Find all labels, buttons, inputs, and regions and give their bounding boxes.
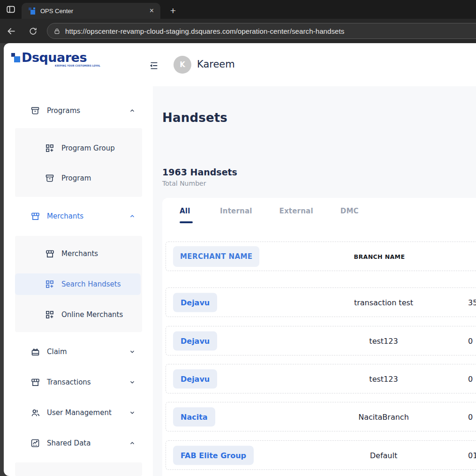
chevron-down-icon[interactable]: [129, 348, 136, 355]
sidebar-item-merchants[interactable]: Merchants: [15, 205, 142, 227]
avatar[interactable]: K: [174, 56, 191, 74]
handsets-total-label: Total Number: [162, 180, 206, 187]
table-row[interactable]: Dejavu transaction test 35: [166, 287, 476, 317]
grid-plus-icon: [45, 310, 55, 319]
browser-tab[interactable]: OPS Center ×: [22, 3, 160, 19]
app-page: Dsquares KEEPING YOUR CUSTOMERS LOYAL Pr…: [4, 43, 476, 476]
table-header-row: MERCHANT NAME BRANCH NAME: [166, 242, 476, 271]
brand-tagline: KEEPING YOUR CUSTOMERS LOYAL: [49, 65, 100, 67]
sidebar-item-label: Program Group: [61, 144, 115, 152]
sidebar-item-claim[interactable]: Claim: [15, 341, 142, 363]
table-row[interactable]: Nacita NacitaBranch 0: [166, 402, 476, 431]
sidebar-item-label: Search Handsets: [61, 280, 121, 288]
dsquares-logo: Dsquares KEEPING YOUR CUSTOMERS LOYAL: [11, 51, 100, 69]
sidebar-collapse-icon[interactable]: [147, 59, 161, 73]
table-row[interactable]: FAB Elite Group Default 011: [166, 440, 476, 470]
sidebar-item-label: Merchants: [61, 249, 98, 258]
column-merchant-name[interactable]: MERCHANT NAME: [173, 246, 259, 267]
address-bar[interactable]: https://opscenter-revamp-cloud-staging.d…: [47, 23, 476, 39]
branch-name-cell: transaction test: [354, 298, 413, 307]
storefront-icon: [45, 249, 55, 259]
dsquares-favicon-icon: [28, 7, 36, 15]
table-row[interactable]: Dejavu test123 0: [166, 364, 476, 393]
serial-cell: 0: [468, 374, 473, 383]
sidebar-item-transactions[interactable]: Transactions: [15, 371, 142, 393]
sidebar-item-label: Merchants: [47, 212, 83, 220]
brand-name: Dsquares: [22, 51, 87, 65]
url-text: https://opscenter-revamp-cloud-staging.d…: [65, 27, 344, 35]
dsquares-logo-icon: [11, 52, 22, 64]
handsets-card: All Internal External DMC MERCHANT NAME …: [162, 198, 476, 476]
merchant-name-pill[interactable]: Dejavu: [173, 369, 217, 388]
user-name[interactable]: Kareem: [197, 59, 235, 70]
sidebar-item-program[interactable]: Program: [15, 167, 142, 189]
back-icon[interactable]: [3, 23, 20, 39]
tab-dmc[interactable]: DMC: [340, 207, 359, 223]
browser-tab-strip: OPS Center × +: [0, 0, 476, 19]
tab-internal[interactable]: Internal: [220, 207, 252, 223]
sidebar-item-label: Programs: [47, 106, 80, 115]
sidebar-item-label: Transactions: [47, 378, 91, 386]
branch-name-cell: Default: [370, 451, 397, 460]
browser-toolbar: https://opscenter-revamp-cloud-staging.d…: [0, 19, 476, 43]
branch-name-cell: NacitaBranch: [358, 412, 409, 421]
tab-external[interactable]: External: [280, 207, 313, 223]
chevron-up-icon[interactable]: [129, 107, 136, 114]
sidebar-item-label: Online Merchants: [61, 310, 123, 319]
column-branch-name: BRANCH NAME: [354, 253, 405, 260]
new-tab-icon[interactable]: +: [165, 3, 181, 19]
tab-title: OPS Center: [40, 8, 148, 15]
sidebar-item-online-merchants[interactable]: Online Merchants: [15, 304, 142, 325]
handset-type-tabs: All Internal External DMC: [180, 207, 359, 223]
sidebar-item-shared-data[interactable]: Shared Data: [15, 432, 142, 454]
gift-icon: [30, 347, 40, 357]
tab-all[interactable]: All: [180, 207, 193, 223]
archive-box-icon: [45, 174, 55, 183]
sidebar-item-program-group[interactable]: Program Group: [15, 137, 142, 159]
browser-window: OPS Center × + https://opscenter-revamp-…: [0, 0, 476, 476]
handsets-total-count: 1963 Handsets: [162, 167, 237, 177]
branch-name-cell: test123: [369, 374, 398, 383]
avatar-initial: K: [180, 60, 185, 69]
tab-close-icon[interactable]: ×: [148, 7, 156, 15]
page-title: Handsets: [162, 111, 227, 125]
storefront-icon: [30, 378, 40, 387]
lock-icon[interactable]: [53, 28, 60, 35]
sidebar-item-label: Claim: [47, 348, 67, 356]
shared-data-subgroup: [15, 462, 142, 476]
sidebar-item-search-handsets[interactable]: Search Handsets: [15, 273, 141, 295]
serial-cell: 0: [468, 336, 473, 345]
chevron-up-icon[interactable]: [129, 213, 136, 219]
chevron-up-icon[interactable]: [129, 440, 136, 446]
users-icon: [30, 408, 40, 418]
chart-icon: [30, 438, 40, 448]
merchant-name-pill[interactable]: Dejavu: [173, 331, 217, 350]
sidebar-item-merchants-child[interactable]: Merchants: [15, 243, 142, 264]
serial-cell: 011: [468, 451, 476, 460]
sidebar-item-label: Shared Data: [47, 439, 91, 447]
refresh-icon[interactable]: [24, 23, 41, 39]
chevron-down-icon[interactable]: [129, 379, 136, 385]
sidebar-item-label: User Management: [47, 408, 112, 417]
serial-cell: 0: [468, 412, 473, 421]
grid-plus-icon: [45, 280, 55, 289]
sidebar-item-programs[interactable]: Programs: [15, 100, 142, 121]
branch-name-cell: test123: [369, 336, 398, 345]
table-row[interactable]: Dejavu test123 0: [166, 326, 476, 355]
sidebar-item-user-management[interactable]: User Management: [15, 402, 142, 423]
serial-cell: 35: [468, 298, 476, 307]
tab-overview-icon[interactable]: [0, 0, 22, 19]
archive-box-icon: [30, 106, 40, 115]
storefront-icon: [30, 212, 40, 221]
grid-plus-icon: [45, 144, 55, 153]
merchant-name-pill[interactable]: Dejavu: [173, 293, 217, 312]
sidebar-item-label: Program: [61, 174, 91, 182]
chevron-down-icon[interactable]: [129, 409, 136, 416]
merchant-name-pill[interactable]: FAB Elite Group: [173, 446, 254, 465]
merchant-name-pill[interactable]: Nacita: [173, 407, 215, 426]
